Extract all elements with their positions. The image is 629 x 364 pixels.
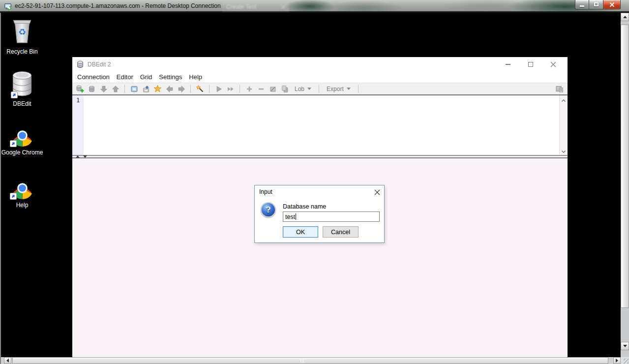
lob-dropdown[interactable]: Lob (292, 86, 314, 92)
arrow-up-icon (623, 16, 627, 18)
scrollbar-up-button[interactable] (621, 13, 629, 21)
dbedit-window-title: DBEdit 2 (88, 57, 111, 72)
input-dialog: Input ? Database name test OK Cancel (254, 185, 385, 243)
connect-button[interactable] (76, 85, 84, 93)
arrow-up-icon (112, 85, 120, 93)
magic-wand-icon (196, 85, 204, 93)
dialog-buttons: OK Cancel (283, 226, 359, 238)
resize-corner[interactable] (621, 357, 629, 364)
desktop-icon-label: Google Chrome (1, 149, 43, 156)
history-back-button[interactable] (165, 85, 174, 93)
rdp-titlebar[interactable]: ec2-52-91-107-113.compute-1.amazonaws.co… (0, 0, 629, 13)
save-button[interactable] (142, 85, 150, 93)
collapse-down-icon[interactable] (83, 155, 87, 158)
scrollbar-left-button[interactable] (4, 357, 11, 364)
pane-splitter[interactable] (72, 155, 568, 158)
arrow-down-icon (100, 85, 108, 93)
menu-settings[interactable]: Settings (155, 72, 185, 83)
svg-text:♻: ♻ (18, 27, 26, 37)
edit-icon (269, 85, 277, 93)
shortcut-arrow-icon (10, 193, 17, 200)
open-file-icon (130, 85, 138, 93)
rdp-window-controls (575, 0, 621, 9)
move-down-button[interactable] (99, 85, 108, 93)
close-icon (609, 2, 615, 7)
move-up-button[interactable] (111, 85, 120, 93)
scroll-down-icon[interactable] (561, 148, 567, 153)
text-cursor (296, 213, 296, 220)
background-tab-label: Create Test (226, 3, 281, 10)
scrollbar-down-button[interactable] (621, 342, 629, 350)
rdp-close-button[interactable] (603, 0, 621, 9)
menu-editor[interactable]: Editor (113, 72, 137, 83)
fast-forward-icon (227, 85, 235, 93)
restore-icon (594, 2, 599, 6)
remote-desktop: ♻ Recycle Bin (1, 13, 621, 357)
disconnect-button[interactable] (88, 85, 96, 93)
cancel-button[interactable]: Cancel (323, 226, 359, 238)
desktop-icon-help[interactable]: Help (1, 177, 43, 209)
export-dropdown-label: Export (327, 86, 344, 92)
desktop-icon-label: Help (16, 202, 29, 209)
favorites-button[interactable] (153, 85, 162, 93)
plus-icon (245, 85, 253, 93)
ok-button[interactable]: OK (283, 226, 318, 238)
horizontal-scrollbar-thumb[interactable] (12, 357, 608, 364)
maximize-icon (528, 62, 533, 67)
arrow-left-icon (6, 359, 9, 363)
dialog-close-button[interactable] (374, 189, 380, 195)
open-file-button[interactable] (130, 85, 138, 93)
scroll-up-icon[interactable] (561, 97, 567, 103)
rdp-vertical-scrollbar[interactable] (621, 13, 629, 357)
editor-text-area[interactable] (84, 95, 559, 155)
desktop-icon-label: DBEdit (13, 100, 31, 108)
export-dropdown[interactable]: Export (324, 86, 353, 92)
dbedit-close-button[interactable] (546, 57, 561, 72)
delete-row-button[interactable] (257, 85, 265, 93)
vertical-scrollbar-thumb[interactable] (621, 25, 629, 308)
shortcut-arrow-icon (10, 140, 17, 147)
minus-icon (257, 85, 265, 93)
shortcut-arrow-icon (11, 91, 18, 98)
scrollbar-right-button[interactable] (613, 357, 621, 364)
dbedit-maximize-button[interactable] (523, 57, 538, 72)
grid-view-button[interactable] (555, 85, 564, 93)
desktop-icon-dbedit[interactable]: DBEdit (1, 71, 43, 108)
rdp-horizontal-scrollbar[interactable] (1, 357, 621, 364)
toolbar-separator (358, 85, 359, 93)
rdp-restore-button[interactable] (589, 0, 603, 9)
minimize-icon (506, 64, 510, 65)
background-browser-tab: Create Test (222, 1, 289, 12)
menu-grid[interactable]: Grid (137, 72, 156, 83)
menu-connection[interactable]: Connection (74, 72, 113, 83)
toolbar-separator (209, 85, 210, 93)
dbedit-minimize-button[interactable] (501, 57, 515, 72)
wizard-button[interactable] (196, 85, 204, 93)
insert-row-button[interactable] (245, 85, 253, 93)
editor-vertical-scrollbar[interactable] (559, 95, 568, 155)
dbedit-titlebar[interactable]: DBEdit 2 (72, 57, 568, 72)
chevron-down-icon (307, 88, 311, 90)
close-icon (374, 189, 380, 195)
history-forward-button[interactable] (177, 85, 185, 93)
desktop-icon-google-chrome[interactable]: Google Chrome (1, 124, 43, 156)
arrow-left-icon (166, 85, 174, 93)
lob-dropdown-label: Lob (295, 86, 304, 92)
database-name-input[interactable]: test (283, 212, 380, 222)
recycle-bin-icon: ♻ (10, 17, 34, 46)
desktop-icon-recycle-bin[interactable]: ♻ Recycle Bin (1, 17, 43, 56)
menu-help[interactable]: Help (185, 72, 206, 83)
edit-row-button[interactable] (269, 85, 277, 93)
rdp-minimize-button[interactable] (575, 0, 589, 9)
question-icon: ? (261, 202, 276, 217)
database-icon (77, 61, 84, 70)
arrow-down-icon (623, 345, 627, 347)
dialog-title: Input (259, 185, 272, 198)
copy-button[interactable] (280, 85, 289, 93)
toolbar-separator (190, 85, 191, 93)
collapse-up-icon[interactable] (76, 155, 80, 158)
run-script-button[interactable] (226, 85, 235, 93)
rdp-connection-icon (4, 2, 12, 12)
rdp-session-screen: ec2-52-91-107-113.compute-1.amazonaws.co… (0, 0, 629, 364)
run-button[interactable] (214, 85, 223, 93)
